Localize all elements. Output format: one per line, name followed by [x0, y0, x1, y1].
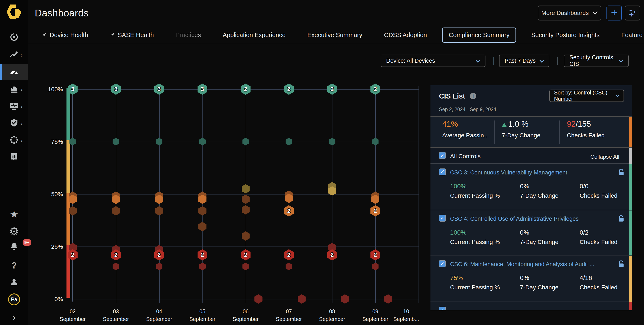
sidebar-item-notifications[interactable]: 9+	[0, 239, 28, 255]
filter-device[interactable]: Device: All Devices	[380, 55, 486, 67]
tab-sase-health[interactable]: SASE Health	[103, 28, 160, 43]
hex-marker-brown[interactable]	[242, 231, 250, 241]
hex-marker-warn[interactable]: 2	[284, 205, 294, 216]
dashboard-tabs: Device HealthSASE HealthPracticesApplica…	[28, 27, 644, 43]
hex-marker-crit_dim[interactable]	[372, 262, 379, 270]
sidebar-item-overview[interactable]	[0, 30, 28, 46]
add-dashboard-button[interactable]: +	[606, 6, 622, 21]
tab-executive-summary[interactable]: Executive Summary	[301, 28, 369, 43]
x-tick-label: 08September	[311, 307, 353, 323]
hex-marker-crit[interactable]: 2	[370, 249, 380, 261]
hex-marker-crit_dim[interactable]	[254, 294, 262, 304]
sidebar-item-dashboards[interactable]	[0, 64, 28, 80]
unlock-icon[interactable]	[618, 260, 624, 269]
all-controls-checkbox[interactable]: ✓	[439, 152, 446, 159]
scan-circle-icon	[10, 135, 19, 145]
summary-divider	[494, 121, 495, 144]
tab-device-health[interactable]: Device Health	[35, 28, 95, 43]
hex-marker-crit_dim[interactable]	[384, 294, 392, 304]
tab-security-posture-insights[interactable]: Security Posture Insights	[525, 28, 606, 43]
control-checkbox[interactable]: ✓	[439, 168, 446, 175]
sidebar-item-avatar[interactable]: Pa	[0, 291, 28, 307]
panel-scrollbar[interactable]	[629, 148, 632, 164]
control-title-link[interactable]: CSC 3: Continuous Vulnerability Manageme…	[450, 169, 567, 176]
hex-marker-pass_dim[interactable]	[70, 138, 76, 145]
sidebar-item-favorites[interactable]: ★	[0, 206, 28, 222]
hex-marker-count: 2	[374, 252, 377, 258]
hex-marker-count: 2	[374, 86, 377, 93]
sidebar-item-insights[interactable]: ›	[0, 47, 28, 63]
hex-marker-pass_dim[interactable]	[199, 138, 206, 145]
hex-marker-pass[interactable]: 2	[284, 84, 294, 95]
panorama-logo-icon[interactable]	[4, 3, 24, 21]
filter-past-7-days[interactable]: Past 7 Days	[499, 55, 550, 67]
hex-marker-count: 2	[244, 86, 247, 93]
tab-application-experience[interactable]: Application Experience	[216, 28, 292, 43]
hex-marker-brown[interactable]	[155, 206, 163, 216]
hex-marker-crit_dim[interactable]	[298, 294, 306, 304]
hex-marker-pass[interactable]: 3	[198, 84, 207, 95]
tab-practices[interactable]: Practices	[169, 28, 208, 43]
hex-marker-pass_dim[interactable]	[286, 138, 292, 145]
hex-marker-pass_dim[interactable]	[112, 138, 119, 145]
unlock-icon[interactable]	[618, 215, 624, 223]
unlock-icon[interactable]	[618, 168, 624, 177]
hex-marker-olive[interactable]	[242, 184, 250, 193]
hex-marker-pass_dim[interactable]	[329, 138, 336, 145]
hex-marker-pass_dim[interactable]	[156, 138, 162, 145]
info-icon[interactable]: i	[470, 93, 476, 99]
hex-marker-crit_dim[interactable]	[341, 294, 349, 304]
hex-marker-pass[interactable]: 2	[241, 84, 250, 95]
sort-dropdown[interactable]: Sort by: Control (CSC) Number	[550, 90, 624, 102]
sidebar-item-expand[interactable]: ›	[0, 309, 28, 325]
hex-marker-crit[interactable]: 2	[284, 249, 294, 261]
sidebar-item-settings[interactable]: ⚙	[0, 223, 28, 239]
control-checkbox[interactable]: ✓	[439, 260, 446, 267]
user-avatar[interactable]: Pa	[8, 293, 20, 305]
filter-security-controls[interactable]: Security Controls: CIS	[564, 55, 629, 67]
avg-passing-value: 41%	[442, 120, 458, 129]
hex-marker-brown[interactable]	[242, 205, 250, 214]
hex-marker-brown[interactable]	[242, 195, 250, 204]
hex-marker-pass[interactable]: 3	[111, 84, 121, 95]
hex-marker-pass_dim[interactable]	[372, 138, 379, 145]
hex-marker-count: 2	[287, 252, 290, 258]
hex-marker-pass_dim[interactable]	[242, 138, 249, 145]
hex-marker-pass[interactable]: 3	[154, 84, 164, 95]
hex-marker-crit_dim[interactable]	[286, 262, 292, 270]
collapse-all-link[interactable]: Collapse All	[590, 154, 619, 160]
sidebar-item-security-shield[interactable]: ›	[0, 115, 28, 131]
tab-cdss-adoption[interactable]: CDSS Adoption	[378, 28, 434, 43]
control-title-link[interactable]: CSC 4: Controlled Use of Administrative …	[450, 216, 578, 222]
sidebar-item-alarms[interactable]: ›	[0, 81, 28, 98]
y-tick-label: 75%	[44, 138, 63, 145]
sidebar-item-user[interactable]	[0, 274, 28, 291]
hex-marker-brown[interactable]	[198, 222, 206, 231]
ai-assistant-button[interactable]	[625, 6, 640, 21]
hex-marker-crit[interactable]: 2	[198, 249, 207, 261]
sidebar-item-help[interactable]: ?	[0, 257, 28, 274]
hex-marker-pass[interactable]: 2	[370, 84, 380, 95]
hex-marker-crit_dim[interactable]	[242, 262, 249, 270]
tab-feature-adoption[interactable]: Feature Adoption	[614, 28, 644, 43]
tab-compliance-summary[interactable]: Compliance Summary	[442, 28, 516, 43]
control-title-link[interactable]: CSC 6: Maintenance, Monitoring and Analy…	[450, 261, 594, 268]
sidebar-item-reports[interactable]	[0, 149, 28, 165]
hex-marker-crit_dim[interactable]	[156, 262, 162, 270]
current-passing-label: Current Passing %	[450, 239, 500, 245]
hex-marker-crit[interactable]: 2	[241, 249, 250, 261]
hex-marker-crit_dim[interactable]	[112, 262, 119, 270]
hex-marker-crit[interactable]: 2	[327, 249, 337, 261]
hex-marker-brown[interactable]	[112, 206, 120, 216]
hex-marker-pass[interactable]: 2	[327, 84, 337, 95]
pin-icon	[42, 32, 47, 39]
hex-marker-crit_dim[interactable]	[199, 262, 206, 270]
filter-separator: |	[493, 56, 494, 65]
control-checkbox[interactable]: ✓	[439, 307, 446, 310]
more-dashboards-button[interactable]: More Dashboards	[538, 6, 601, 21]
hex-marker-warn[interactable]: 2	[370, 205, 380, 216]
control-checkbox[interactable]: ✓	[439, 215, 446, 222]
sidebar-item-device-monitor[interactable]: ›	[0, 98, 28, 115]
hex-marker-brown[interactable]	[198, 206, 206, 216]
sidebar-item-scan-circle[interactable]: ›	[0, 132, 28, 148]
